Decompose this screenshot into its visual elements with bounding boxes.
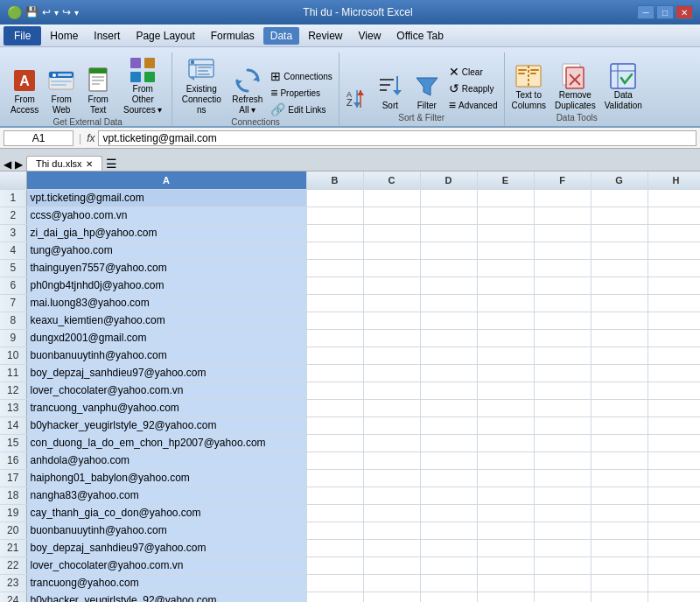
data-validation-button[interactable]: DataValidation — [601, 60, 646, 113]
cell-a11[interactable]: boy_depzaj_sanhdieu97@yahoo.com — [26, 364, 306, 382]
cell-empty[interactable] — [534, 469, 591, 486]
cell-empty[interactable] — [648, 259, 700, 276]
cell-empty[interactable] — [306, 189, 363, 206]
cell-empty[interactable] — [648, 329, 700, 346]
cell-empty[interactable] — [534, 452, 591, 469]
menu-home[interactable]: Home — [43, 27, 85, 45]
cell-empty[interactable] — [534, 486, 591, 504]
cell-empty[interactable] — [477, 469, 534, 486]
cell-a18[interactable]: nangha83@yahoo.com — [26, 486, 306, 504]
cell-empty[interactable] — [591, 242, 648, 259]
menu-view[interactable]: View — [352, 27, 388, 45]
col-header-b[interactable]: B — [306, 172, 363, 189]
cell-empty[interactable] — [477, 452, 534, 469]
cell-empty[interactable] — [363, 276, 420, 294]
cell-empty[interactable] — [648, 504, 700, 522]
cell-empty[interactable] — [420, 486, 477, 504]
cell-empty[interactable] — [306, 206, 363, 224]
cell-empty[interactable] — [648, 276, 700, 294]
cell-empty[interactable] — [591, 259, 648, 276]
cell-empty[interactable] — [648, 382, 700, 399]
cell-empty[interactable] — [363, 539, 420, 556]
cell-empty[interactable] — [363, 504, 420, 522]
cell-empty[interactable] — [477, 276, 534, 294]
cell-empty[interactable] — [477, 539, 534, 556]
cell-empty[interactable] — [477, 364, 534, 382]
cell-empty[interactable] — [534, 224, 591, 242]
cell-a14[interactable]: b0yhacker_yeugirlstyle_92@yahoo.com — [26, 416, 306, 434]
cell-empty[interactable] — [591, 312, 648, 329]
cell-empty[interactable] — [306, 504, 363, 522]
cell-empty[interactable] — [534, 539, 591, 556]
cell-empty[interactable] — [363, 416, 420, 434]
cell-a9[interactable]: dungxd2001@gmail.com — [26, 329, 306, 346]
col-header-f[interactable]: F — [534, 172, 591, 189]
cell-a19[interactable]: cay_thanh_gia_co_don@yahoo.com — [26, 504, 306, 522]
cell-empty[interactable] — [648, 592, 700, 602]
cell-empty[interactable] — [363, 574, 420, 592]
cell-empty[interactable] — [420, 189, 477, 206]
cell-empty[interactable] — [306, 294, 363, 312]
menu-file[interactable]: File — [4, 26, 41, 46]
cell-empty[interactable] — [534, 574, 591, 592]
cell-a17[interactable]: haiphong01_babylon@yahoo.com — [26, 469, 306, 486]
cell-a15[interactable]: con_duong_la_do_em_chon_hp2007@yahoo.com — [26, 434, 306, 452]
col-header-h[interactable]: H — [648, 172, 700, 189]
cell-empty[interactable] — [591, 434, 648, 452]
cell-empty[interactable] — [591, 486, 648, 504]
cell-empty[interactable] — [306, 434, 363, 452]
cell-empty[interactable] — [420, 574, 477, 592]
sort-button[interactable]: Sort — [373, 71, 408, 113]
cell-empty[interactable] — [363, 364, 420, 382]
cell-empty[interactable] — [534, 364, 591, 382]
reapply-button[interactable]: ↺ Reapply — [446, 80, 500, 96]
cell-empty[interactable] — [306, 346, 363, 364]
cell-empty[interactable] — [363, 259, 420, 276]
cell-empty[interactable] — [591, 382, 648, 399]
cell-empty[interactable] — [591, 189, 648, 206]
cell-empty[interactable] — [477, 382, 534, 399]
cell-empty[interactable] — [591, 539, 648, 556]
cell-empty[interactable] — [420, 556, 477, 574]
cell-empty[interactable] — [477, 346, 534, 364]
cell-empty[interactable] — [648, 224, 700, 242]
existing-connections-button[interactable]: ExistingConnections — [176, 54, 227, 117]
cell-a12[interactable]: lover_chocolater@yahoo.com.vn — [26, 382, 306, 399]
close-button[interactable]: ✕ — [676, 5, 693, 19]
cell-empty[interactable] — [534, 312, 591, 329]
cell-empty[interactable] — [591, 592, 648, 602]
cell-empty[interactable] — [420, 259, 477, 276]
cell-empty[interactable] — [591, 469, 648, 486]
cell-empty[interactable] — [591, 206, 648, 224]
cell-empty[interactable] — [306, 486, 363, 504]
cell-empty[interactable] — [591, 416, 648, 434]
cell-empty[interactable] — [534, 259, 591, 276]
cell-empty[interactable] — [306, 469, 363, 486]
cell-empty[interactable] — [591, 329, 648, 346]
cell-empty[interactable] — [648, 346, 700, 364]
quick-save[interactable]: 💾 — [25, 6, 38, 18]
cell-empty[interactable] — [363, 452, 420, 469]
menu-office-tab[interactable]: Office Tab — [389, 27, 451, 45]
cell-empty[interactable] — [363, 486, 420, 504]
cell-empty[interactable] — [648, 556, 700, 574]
sheet-tab-close[interactable]: ✕ — [86, 159, 93, 169]
cell-empty[interactable] — [648, 539, 700, 556]
cell-a6[interactable]: ph0ngb4tjnhd0j@yahoo.com — [26, 276, 306, 294]
cell-a16[interactable]: anhdola@yahoo.com — [26, 452, 306, 469]
cell-empty[interactable] — [648, 522, 700, 539]
nav-prev[interactable]: ◀ — [4, 158, 11, 171]
cell-empty[interactable] — [420, 469, 477, 486]
remove-duplicates-button[interactable]: RemoveDuplicates — [551, 60, 599, 113]
cell-a13[interactable]: trancuong_vanphu@yahoo.com — [26, 399, 306, 416]
from-web-button[interactable]: FromWeb — [44, 65, 79, 117]
col-header-c[interactable]: C — [363, 172, 420, 189]
cell-empty[interactable] — [477, 259, 534, 276]
cell-empty[interactable] — [306, 539, 363, 556]
cell-empty[interactable] — [420, 399, 477, 416]
cell-empty[interactable] — [306, 556, 363, 574]
cell-empty[interactable] — [363, 206, 420, 224]
cell-empty[interactable] — [420, 346, 477, 364]
cell-empty[interactable] — [420, 206, 477, 224]
cell-empty[interactable] — [420, 592, 477, 602]
